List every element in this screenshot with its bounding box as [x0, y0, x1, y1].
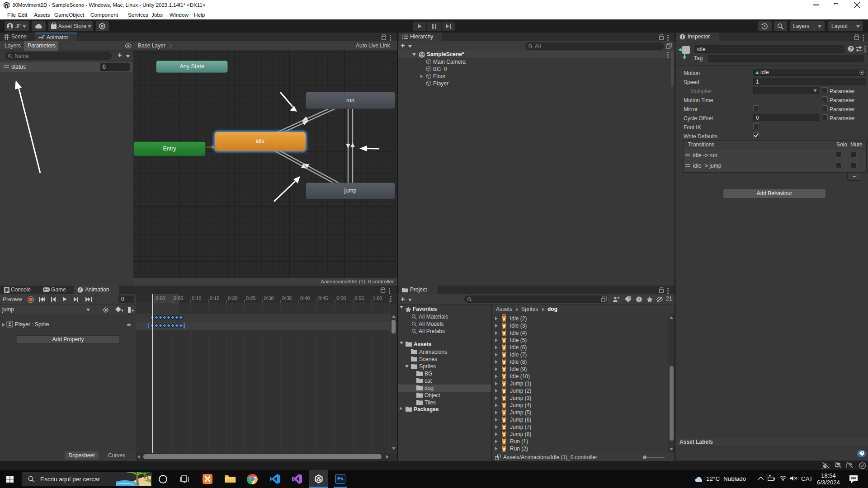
- svg-text:?: ?: [849, 47, 852, 52]
